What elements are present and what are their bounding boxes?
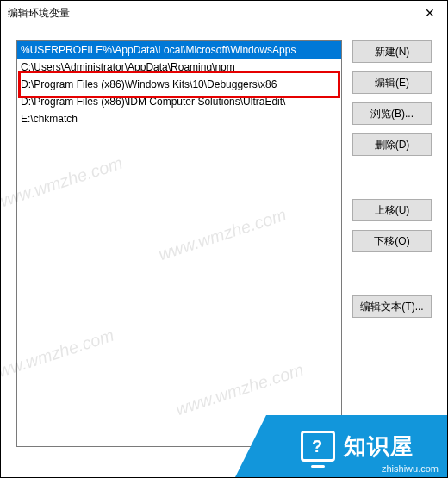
list-item[interactable]: %USERPROFILE%\AppData\Local\Microsoft\Wi… (17, 41, 341, 59)
titlebar: 编辑环境变量 ✕ (1, 1, 447, 25)
brand-overlay: ? 知识屋 zhishiwu.com (266, 415, 447, 477)
spacer (352, 261, 432, 287)
list-item[interactable]: E:\chkmatch (17, 110, 341, 127)
close-icon[interactable]: ✕ (420, 1, 440, 25)
list-item[interactable]: D:\Program Files (x86)\IDM Computer Solu… (17, 93, 341, 110)
brand-icon: ? (301, 431, 335, 462)
list-item[interactable]: C:\Users\Administrator\AppData\Roaming\n… (17, 59, 341, 76)
content-area: %USERPROFILE%\AppData\Local\Microsoft\Wi… (1, 25, 447, 456)
browse-button[interactable]: 浏览(B)... (352, 102, 432, 125)
move-down-button[interactable]: 下移(O) (352, 230, 432, 252)
brand-icon-char: ? (312, 438, 323, 455)
window-title: 编辑环境变量 (8, 1, 70, 25)
button-column: 新建(N) 编辑(E) 浏览(B)... 删除(D) 上移(U) 下移(O) 编… (352, 40, 432, 447)
move-up-button[interactable]: 上移(U) (352, 199, 432, 221)
edit-button[interactable]: 编辑(E) (352, 71, 432, 94)
new-button[interactable]: 新建(N) (352, 40, 432, 63)
spacer (352, 165, 432, 190)
edit-text-button[interactable]: 编辑文本(T)... (352, 295, 432, 318)
path-listbox[interactable]: %USERPROFILE%\AppData\Local\Microsoft\Wi… (16, 40, 342, 447)
delete-button[interactable]: 删除(D) (352, 133, 432, 156)
brand-name: 知识屋 (344, 431, 414, 462)
list-item[interactable]: D:\Program Files (x86)\Windows Kits\10\D… (17, 76, 341, 93)
brand-subtext: zhishiwu.com (382, 463, 439, 474)
